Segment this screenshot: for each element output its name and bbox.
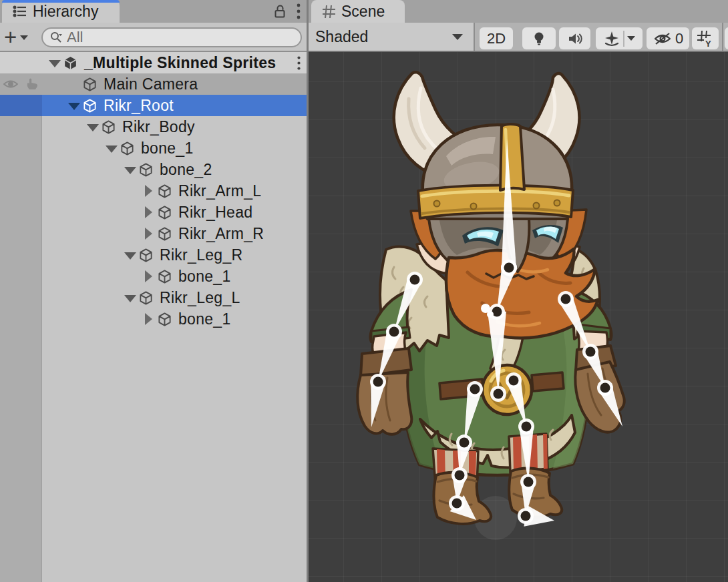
row-visibility-gutter[interactable] (0, 73, 42, 95)
tree-row-bone-1[interactable]: bone_1 (0, 137, 307, 159)
row-visibility-gutter[interactable] (0, 202, 42, 223)
clipped-toolbar-button[interactable] (725, 27, 728, 49)
pick-hand-icon[interactable] (25, 77, 39, 91)
hierarchy-toolbar: + (0, 23, 307, 52)
expander-collapsed-icon[interactable] (142, 223, 155, 244)
hierarchy-panel: Hierarchy + (0, 0, 307, 582)
create-button[interactable]: + (4, 27, 28, 47)
tree-row-rikr-arm-l[interactable]: Rikr_Arm_L (0, 180, 307, 202)
grid-axis-letter: Y (705, 39, 711, 47)
gameobject-cube-icon (119, 140, 135, 156)
toolbar-separator (474, 23, 475, 51)
scene-lighting-button[interactable] (522, 27, 556, 49)
joint-dot[interactable] (561, 294, 571, 304)
expander-expanded-icon[interactable] (123, 244, 136, 266)
expander-expanded-icon[interactable] (123, 287, 136, 308)
lock-icon[interactable] (273, 3, 287, 19)
joint-dot[interactable] (389, 327, 399, 337)
scene-header-row[interactable]: _Multiple Skinned Sprites (0, 52, 307, 73)
gameobject-cube-icon (100, 119, 116, 135)
tree-row-bone-1[interactable]: bone_1 (0, 266, 307, 287)
row-visibility-gutter[interactable] (0, 137, 42, 159)
row-label: bone_1 (141, 139, 194, 158)
row-visibility-gutter[interactable] (0, 287, 42, 308)
tree-row-rikr-leg-l[interactable]: Rikr_Leg_L (0, 287, 307, 308)
row-visibility-gutter[interactable] (0, 244, 42, 266)
scene-expander-icon[interactable] (47, 52, 61, 73)
expander-collapsed-icon[interactable] (142, 180, 155, 202)
expander-collapsed-icon[interactable] (142, 202, 155, 223)
joint-dot[interactable] (460, 438, 470, 448)
viking-sprite[interactable] (357, 72, 624, 540)
hierarchy-list-icon (13, 4, 27, 19)
tree-row-rikr-body[interactable]: Rikr_Body (0, 116, 307, 137)
gameobject-cube-icon (156, 268, 172, 284)
tree-row-rikr-root[interactable]: Rikr_Root (0, 95, 307, 116)
row-label: Rikr_Leg_R (160, 246, 242, 264)
joint-dot[interactable] (521, 511, 531, 521)
panel-menu-kebab-icon[interactable] (296, 3, 301, 20)
tree-row-main-camera[interactable]: Main Camera (0, 73, 307, 95)
expander-expanded-icon[interactable] (104, 137, 118, 159)
split-divider (623, 31, 624, 47)
joint-dot[interactable] (586, 347, 596, 357)
row-visibility-gutter[interactable] (0, 266, 42, 287)
row-label: Rikr_Arm_R (178, 225, 264, 243)
row-visibility-gutter[interactable] (0, 223, 42, 244)
expander-collapsed-icon[interactable] (142, 308, 155, 330)
search-input[interactable] (65, 28, 294, 47)
row-label: Rikr_Body (122, 118, 195, 136)
draw-mode-dropdown[interactable]: Shaded (309, 23, 474, 51)
scene-menu-kebab-icon[interactable] (297, 55, 301, 71)
row-visibility-gutter[interactable] (0, 116, 42, 137)
expander-expanded-icon[interactable] (123, 159, 136, 180)
tree-row-rikr-head[interactable]: Rikr_Head (0, 202, 307, 223)
eye-slash-icon (653, 31, 673, 47)
joint-dot[interactable] (410, 275, 420, 285)
joint-dot[interactable] (509, 376, 519, 386)
row-visibility-gutter[interactable] (0, 95, 42, 116)
row-label: Main Camera (104, 75, 198, 93)
joint-dot[interactable] (504, 263, 514, 273)
joint-dot[interactable] (452, 499, 462, 509)
gameobject-cube-icon (81, 97, 98, 113)
draw-mode-label: Shaded (315, 28, 368, 46)
joint-dot[interactable] (522, 422, 532, 432)
joint-dot[interactable] (600, 383, 610, 393)
joint-dot[interactable] (524, 477, 534, 487)
tab-scene[interactable]: Scene (311, 0, 405, 23)
draw-mode-caret-icon (452, 34, 463, 40)
expander-expanded-icon[interactable] (67, 95, 80, 116)
tree-row-rikr-leg-r[interactable]: Rikr_Leg_R (0, 244, 307, 266)
row-visibility-gutter[interactable] (0, 308, 42, 330)
effects-dropdown-caret-icon[interactable] (627, 36, 635, 41)
no-expander (67, 73, 80, 95)
joint-dot[interactable] (455, 471, 465, 481)
row-label: Rikr_Root (104, 97, 174, 115)
row-visibility-gutter[interactable] (0, 180, 42, 202)
scene-visibility-button[interactable]: 0 (647, 27, 689, 49)
row-label: Rikr_Leg_L (160, 289, 240, 307)
tree-row-rikr-arm-r[interactable]: Rikr_Arm_R (0, 223, 307, 244)
scene-audio-button[interactable] (559, 27, 590, 49)
2d-label: 2D (487, 30, 506, 47)
grid-visibility-button[interactable]: Y (692, 27, 719, 49)
tree-row-bone-2[interactable]: bone_2 (0, 159, 307, 180)
tab-hierarchy[interactable]: Hierarchy (2, 0, 120, 23)
expander-collapsed-icon[interactable] (142, 266, 155, 287)
row-label: Rikr_Head (178, 204, 252, 222)
row-visibility-gutter[interactable] (0, 159, 42, 180)
grid-axis-icon: Y (697, 30, 714, 47)
tab-hierarchy-label: Hierarchy (33, 3, 98, 21)
joint-dot[interactable] (494, 389, 504, 399)
tree-row-bone-1[interactable]: bone_1 (0, 308, 307, 330)
scene-viewport[interactable] (309, 52, 728, 582)
toggle-2d-button[interactable]: 2D (480, 27, 513, 49)
joint-dot[interactable] (373, 377, 383, 387)
effects-visibility-button[interactable] (596, 27, 643, 49)
hierarchy-tree: _Multiple Skinned Sprites Main CameraRik… (0, 52, 307, 582)
search-input-box[interactable] (41, 27, 302, 47)
eye-icon[interactable] (3, 78, 19, 90)
joint-dot[interactable] (470, 384, 480, 394)
expander-expanded-icon[interactable] (85, 116, 99, 137)
